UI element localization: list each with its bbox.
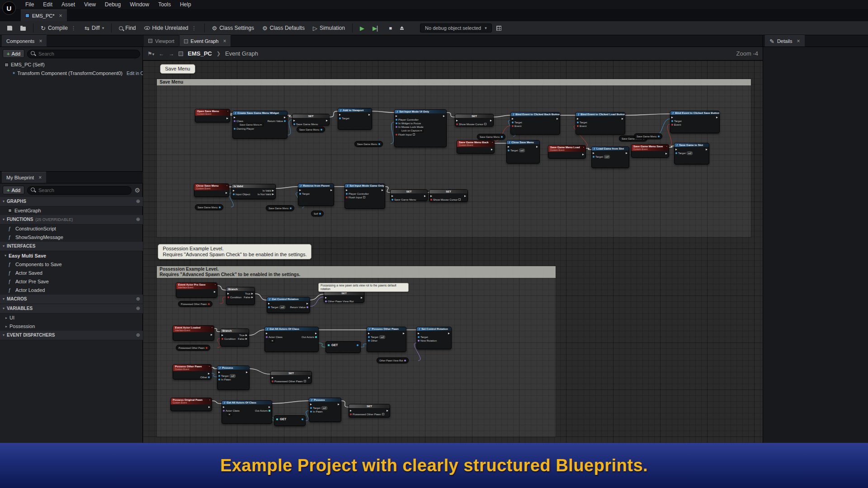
function-node[interactable]: ƒSave Game to SlotTargetself [674, 143, 709, 164]
self-chip[interactable]: self [279, 305, 286, 309]
function-node[interactable]: ƒGet All Actors Of ClassActor Class ▾Out… [264, 327, 319, 352]
self-chip[interactable]: self [379, 335, 386, 339]
set-node[interactable]: SETShow Mouse Cursor [455, 114, 494, 127]
section-graphs[interactable]: ▾GRAPHS⊕ [0, 197, 143, 206]
close-icon[interactable]: × [797, 38, 800, 44]
variable-pill[interactable]: Save Game Menu [195, 204, 223, 210]
macro-node[interactable]: BranchConditionTrueFalse [226, 287, 255, 305]
set-node[interactable]: SETOther Pawn View Rot [324, 291, 364, 303]
variable-pill[interactable]: Save Game Menu [477, 134, 505, 140]
section-macros[interactable]: ▾MACROS⊕ [0, 295, 143, 304]
menu-view[interactable]: View [80, 1, 100, 8]
function-node[interactable]: ƒClose Save MenuTargetself [506, 140, 540, 164]
event-node[interactable]: Open Save MenuCustom Event [195, 109, 230, 122]
forward-icon[interactable]: → [169, 51, 174, 57]
function-node[interactable]: ƒLoad Game from SlotTargetself [591, 146, 629, 168]
add-icon[interactable]: ⊕ [136, 332, 140, 338]
add-component-button[interactable]: + Add [3, 49, 24, 58]
back-icon[interactable]: ← [159, 51, 164, 57]
delegate-pin[interactable] [226, 185, 228, 187]
add-icon[interactable]: ⊕ [136, 216, 140, 222]
event-node[interactable]: Event Actor Pre SaveInterface Event [176, 282, 217, 298]
delegate-pin[interactable] [209, 399, 211, 401]
section-variables[interactable]: ▾VARIABLES⊕ [0, 304, 143, 314]
function-node[interactable]: ƒGet All Actors Of ClassActor Class ▾Out… [222, 400, 272, 424]
stop-button[interactable]: ■ [385, 24, 396, 32]
components-search-input[interactable] [27, 50, 140, 58]
self-chip[interactable]: self [519, 149, 525, 152]
blueprint-item-actor-pre-save[interactable]: ƒActor Pre Save [0, 277, 143, 286]
add-icon[interactable]: ⊕ [136, 296, 140, 302]
checkbox[interactable] [304, 380, 306, 382]
hide-unrelated-button[interactable]: Hide Unrelated ⋮ [141, 23, 201, 33]
function-node[interactable]: ƒPossessTargetselfIn Pawn [217, 366, 250, 390]
subsection-easy-multi-save[interactable]: ▾Easy Multi Save [0, 251, 143, 260]
variable-pill[interactable]: Save Game Menu [634, 133, 662, 139]
comment-bubble[interactable]: Save Menu [160, 64, 195, 74]
function-node[interactable]: ƒBind Event to Clicked Back ButtonTarget… [510, 112, 560, 135]
diff-button[interactable]: ⇆ Diff ▾ [81, 23, 108, 33]
tab-viewport[interactable]: Viewport [144, 35, 179, 47]
function-node[interactable]: ƒRemove from ParentTarget [298, 183, 334, 206]
variable-pill[interactable]: Possessed Other Pawn [176, 345, 210, 351]
find-button[interactable]: Find [115, 23, 139, 33]
macro-node[interactable]: Is ValidInput ObjectIs ValidIs Not Valid [231, 184, 276, 199]
variable-pill[interactable]: Self [311, 211, 324, 216]
tab-components[interactable]: Components × [2, 35, 47, 47]
checkbox[interactable] [363, 196, 365, 198]
play-button[interactable]: ▶ [356, 23, 368, 33]
delegate-pin[interactable] [583, 146, 585, 148]
add-icon[interactable]: ⊕ [136, 305, 140, 311]
delegate-pin[interactable] [491, 141, 493, 143]
event-node[interactable]: Save Game Menu SaveCustom Event [631, 144, 669, 158]
variable-pill[interactable]: Other Pawn View Rot [377, 357, 409, 363]
asset-tab[interactable]: EMS_PC* × [21, 9, 67, 21]
event-node[interactable]: Possess Other PawnCustom EventOther [173, 364, 212, 380]
component-row[interactable]: EMS_PC (Self) [0, 61, 143, 69]
event-node[interactable]: Close Save MenuCustom Event [194, 183, 229, 197]
function-node[interactable]: ƒSet Control RotationTargetNew Rotation [416, 327, 452, 349]
macro-node[interactable]: BranchConditionTrueFalse [220, 328, 249, 347]
function-node[interactable]: ƒSet Input Mode UI OnlyPlayer Controller… [394, 109, 447, 147]
blueprint-item-components-to-save[interactable]: ƒComponents to Save [0, 260, 143, 269]
menu-debug[interactable]: Debug [100, 1, 125, 8]
array-get-node[interactable]: GET [274, 415, 306, 426]
section-interfaces[interactable]: ▾INTERFACES [0, 242, 143, 251]
delegate-pin[interactable] [227, 110, 229, 112]
dropdown-field[interactable]: ▾ [227, 413, 232, 416]
comment-bubble[interactable]: Possession Example Level. Requires "Adva… [158, 244, 311, 259]
function-node[interactable]: ƒGet Control RotationTargetselfReturn Va… [267, 297, 310, 313]
set-node[interactable]: SETSave Game Menu [292, 114, 330, 126]
event-node[interactable]: Possess Original PawnCustom Event [170, 398, 212, 411]
class-settings-button[interactable]: ⚙ Class Settings [208, 23, 258, 33]
save-button[interactable] [4, 24, 16, 32]
function-node[interactable]: ƒAdd to ViewportTarget [338, 108, 372, 130]
tab-my-blueprint[interactable]: My Blueprint × [2, 172, 46, 183]
blueprint-item-showsavingmessage[interactable]: ƒShowSavingMessage [0, 233, 143, 242]
simulation-button[interactable]: ▷ Simulation [309, 23, 349, 33]
function-node[interactable]: ƒBind Event to Clicked Load ButtonTarget… [576, 112, 625, 135]
function-node[interactable]: ƒCreate Save Game Menu WidgetClassSave G… [232, 111, 288, 139]
close-icon[interactable]: × [59, 13, 62, 19]
delegate-pin[interactable] [666, 145, 668, 147]
component-row[interactable]: +Transform Component (TransformComponent… [0, 69, 143, 78]
add-icon[interactable]: ⊕ [136, 198, 140, 204]
add-blueprint-item-button[interactable]: + Add [3, 186, 24, 194]
menu-help[interactable]: Help [175, 1, 196, 8]
self-chip[interactable]: self [687, 151, 693, 155]
blueprint-item-constructionscript[interactable]: ƒConstructionScript [0, 225, 143, 233]
dropdown-field[interactable]: ▾ [270, 339, 275, 343]
breadcrumb-current[interactable]: Event Graph [225, 50, 258, 57]
bookmark-icon[interactable]: ⚑▾ [147, 51, 154, 57]
delegate-pin[interactable] [214, 284, 216, 286]
gear-icon[interactable]: ⚙ [134, 187, 140, 194]
delegate-pin[interactable] [208, 366, 210, 367]
close-icon[interactable]: × [38, 174, 42, 181]
event-node[interactable]: Save Game Menu LoadCustom Event [548, 145, 586, 159]
set-node[interactable]: SETPossessed Other Pawn [270, 371, 312, 384]
set-node[interactable]: SETShow Mouse Cursor [429, 189, 468, 202]
debug-filter-icon[interactable] [496, 26, 501, 31]
self-chip[interactable]: self [230, 374, 236, 378]
self-chip[interactable]: self [321, 406, 328, 410]
menu-edit[interactable]: Edit [38, 1, 57, 8]
